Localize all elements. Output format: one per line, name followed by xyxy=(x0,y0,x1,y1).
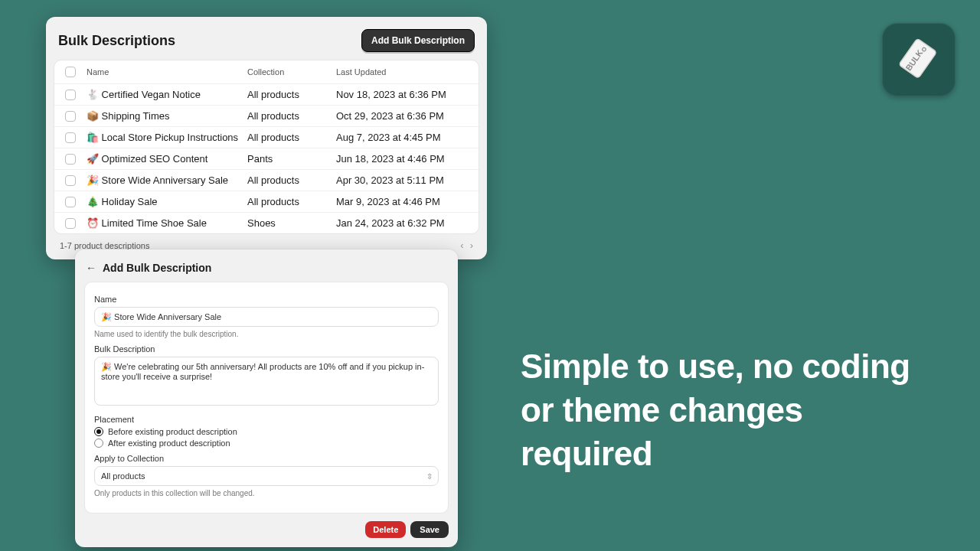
row-collection: All products xyxy=(247,110,332,122)
select-all-checkbox[interactable] xyxy=(65,67,76,77)
row-collection: All products xyxy=(247,174,332,186)
row-updated: Jun 18, 2023 at 4:46 PM xyxy=(336,153,474,165)
form-card: Name Name used to identify the bulk desc… xyxy=(84,282,449,514)
row-name: 🎄 Holiday Sale xyxy=(87,196,243,207)
bulk-descriptions-panel: Bulk Descriptions Add Bulk Description N… xyxy=(46,17,487,259)
name-label: Name xyxy=(94,295,439,304)
row-name: 🐇 Certified Vegan Notice xyxy=(87,89,243,100)
table-row[interactable]: 🎄 Holiday Sale All products Mar 9, 2023 … xyxy=(54,191,479,213)
placement-after-label: After existing product description xyxy=(108,439,230,448)
description-label: Bulk Description xyxy=(94,344,439,354)
table-row[interactable]: 📦 Shipping Times All products Oct 29, 20… xyxy=(54,106,479,127)
table-row[interactable]: 🐇 Certified Vegan Notice All products No… xyxy=(54,84,479,106)
row-checkbox[interactable] xyxy=(65,154,76,165)
row-name: 📦 Shipping Times xyxy=(87,110,243,122)
row-collection: All products xyxy=(247,132,332,143)
prev-page-button[interactable]: ‹ xyxy=(460,240,463,250)
next-page-button[interactable]: › xyxy=(470,240,473,250)
row-collection: All products xyxy=(247,196,332,207)
add-bulk-description-button[interactable]: Add Bulk Description xyxy=(361,29,475,52)
table-row[interactable]: 🛍️ Local Store Pickup Instructions All p… xyxy=(54,127,479,148)
description-textarea[interactable] xyxy=(94,357,439,406)
descriptions-table: Name Collection Last Updated 🐇 Certified… xyxy=(54,60,479,234)
row-collection: Pants xyxy=(247,153,332,165)
placement-before-radio[interactable] xyxy=(94,427,103,436)
row-updated: Apr 30, 2023 at 5:11 PM xyxy=(336,174,474,186)
table-header: Name Collection Last Updated xyxy=(54,60,479,84)
placement-label: Placement xyxy=(94,415,439,424)
row-checkbox[interactable] xyxy=(65,90,76,100)
row-collection: All products xyxy=(247,89,332,100)
name-help: Name used to identify the bulk descripti… xyxy=(94,330,439,338)
col-collection: Collection xyxy=(247,67,332,77)
delete-button[interactable]: Delete xyxy=(365,521,406,538)
table-row[interactable]: ⏰ Limited Time Shoe Sale Shoes Jan 24, 2… xyxy=(54,213,479,233)
add-bulk-description-panel: ← Add Bulk Description Name Name used to… xyxy=(75,249,458,547)
placement-after-radio[interactable] xyxy=(94,439,103,448)
row-name: 🎉 Store Wide Anniversary Sale xyxy=(87,174,243,186)
placement-before-label: Before existing product description xyxy=(108,427,237,436)
row-checkbox[interactable] xyxy=(65,218,76,229)
row-updated: Oct 29, 2023 at 6:36 PM xyxy=(336,110,474,122)
row-name: 🚀 Optimized SEO Content xyxy=(87,153,243,165)
back-arrow-icon[interactable]: ← xyxy=(86,262,96,274)
row-updated: Mar 9, 2023 at 4:46 PM xyxy=(336,196,474,207)
page-title: Bulk Descriptions xyxy=(58,33,175,49)
col-updated: Last Updated xyxy=(336,67,474,77)
row-collection: Shoes xyxy=(247,217,332,229)
form-title: Add Bulk Description xyxy=(103,262,211,274)
col-name: Name xyxy=(87,67,243,77)
save-button[interactable]: Save xyxy=(410,521,449,538)
row-checkbox[interactable] xyxy=(65,132,76,143)
app-icon: BULK xyxy=(882,23,956,96)
collection-label: Apply to Collection xyxy=(94,454,439,463)
row-name: ⏰ Limited Time Shoe Sale xyxy=(87,217,243,229)
collection-help: Only products in this collection will be… xyxy=(94,489,439,497)
name-input[interactable] xyxy=(94,307,439,327)
row-updated: Aug 7, 2023 at 4:45 PM xyxy=(336,132,474,143)
table-row[interactable]: 🎉 Store Wide Anniversary Sale All produc… xyxy=(54,170,479,191)
row-checkbox[interactable] xyxy=(65,175,76,186)
pagination-summary: 1-7 product descriptions xyxy=(60,241,149,250)
row-updated: Nov 18, 2023 at 6:36 PM xyxy=(336,89,474,100)
row-name: 🛍️ Local Store Pickup Instructions xyxy=(87,132,243,143)
marketing-headline: Simple to use, no coding or theme change… xyxy=(521,344,934,476)
collection-select[interactable]: All products xyxy=(94,466,439,486)
bulk-tag-icon: BULK xyxy=(893,34,945,86)
table-row[interactable]: 🚀 Optimized SEO Content Pants Jun 18, 20… xyxy=(54,148,479,170)
row-checkbox[interactable] xyxy=(65,111,76,122)
row-updated: Jan 24, 2023 at 6:32 PM xyxy=(336,217,474,229)
row-checkbox[interactable] xyxy=(65,197,76,207)
